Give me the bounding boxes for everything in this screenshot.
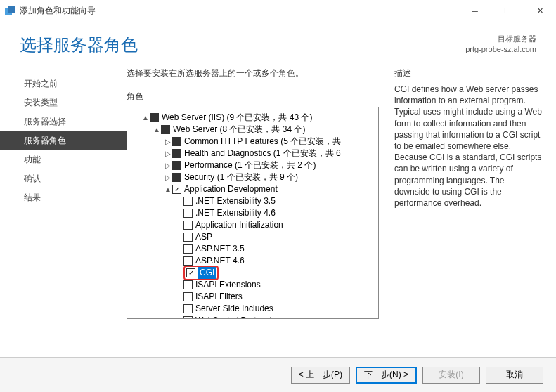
description-column: 描述 CGI defines how a Web server passes i… xyxy=(394,67,542,319)
tree-row[interactable]: ISAPI Extensions xyxy=(130,279,375,291)
tree-node-label[interactable]: ISAPI Filters xyxy=(195,291,243,303)
expand-icon[interactable]: ▷ xyxy=(164,136,172,148)
tree-node-label[interactable]: CGI xyxy=(198,267,216,279)
server-info: 目标服务器 prtg-probe-sz.al.com xyxy=(465,34,536,55)
roles-column: 选择要安装在所选服务器上的一个或多个角色。 角色 ▲Web Server (II… xyxy=(127,67,379,319)
tree-node-label[interactable]: Application Development xyxy=(184,183,278,195)
checkbox[interactable] xyxy=(183,221,193,230)
checkbox[interactable] xyxy=(150,113,159,122)
tree-node-label[interactable]: Server Side Includes xyxy=(195,303,273,315)
expand-icon[interactable]: ▷ xyxy=(164,171,172,183)
tree-node-label[interactable]: Web Server (8 个已安装，共 34 个) xyxy=(173,124,305,136)
tree-row[interactable]: Application Initialization xyxy=(130,219,375,231)
next-button[interactable]: 下一步(N) > xyxy=(356,367,417,384)
checkbox[interactable] xyxy=(186,268,195,277)
footer: < 上一步(P) 下一步(N) > 安装(I) 取消 xyxy=(0,357,556,392)
expand-icon[interactable]: ▷ xyxy=(164,159,172,171)
sidebar-item[interactable]: 确认 xyxy=(0,169,127,188)
maximize-button[interactable]: ☐ xyxy=(491,0,524,22)
checkbox[interactable] xyxy=(183,233,193,242)
tree-row[interactable]: ▷Performance (1 个已安装，共 2 个) xyxy=(130,159,375,171)
sidebar-item[interactable]: 结果 xyxy=(0,188,127,207)
tree-row[interactable]: ▲Web Server (IIS) (9 个已安装，共 43 个) xyxy=(130,112,375,124)
tree-row[interactable]: ASP.NET 3.5 xyxy=(130,243,375,255)
tree-node-label[interactable]: .NET Extensibility 4.6 xyxy=(195,207,276,219)
checkbox[interactable] xyxy=(172,137,181,146)
checkbox[interactable] xyxy=(183,209,193,218)
tree-node-label[interactable]: Web Server (IIS) (9 个已安装，共 43 个) xyxy=(162,112,312,124)
description-text: CGI defines how a Web server passes info… xyxy=(394,84,542,209)
tree-node-label[interactable]: Security (1 个已安装，共 9 个) xyxy=(184,171,298,183)
sidebar-item[interactable]: 服务器角色 xyxy=(0,131,127,150)
tree-row[interactable]: WebSocket Protocol xyxy=(130,315,375,319)
tree-node-label[interactable]: Application Initialization xyxy=(195,219,283,231)
tree-node-label[interactable]: Performance (1 个已安装，共 2 个) xyxy=(184,159,316,171)
tree-node-label[interactable]: ISAPI Extensions xyxy=(195,279,261,291)
page-title: 选择服务器角色 xyxy=(20,34,138,56)
tree-node-label[interactable]: Common HTTP Features (5 个已安装，共 xyxy=(184,136,341,148)
checkbox[interactable] xyxy=(183,292,193,301)
checkbox[interactable] xyxy=(172,185,181,194)
sidebar-item[interactable]: 功能 xyxy=(0,150,127,169)
window-controls: ─ ☐ ✕ xyxy=(459,0,556,22)
app-icon xyxy=(4,6,15,17)
checkbox[interactable] xyxy=(183,256,193,266)
cancel-button[interactable]: 取消 xyxy=(486,367,543,384)
tree-row[interactable]: ASP xyxy=(130,231,375,243)
body: 开始之前安装类型服务器选择服务器角色功能确认结果 选择要安装在所选服务器上的一个… xyxy=(0,62,556,325)
instruction-text: 选择要安装在所选服务器上的一个或多个角色。 xyxy=(127,67,379,79)
expand-icon[interactable]: ▲ xyxy=(164,183,172,195)
expand-icon[interactable]: ▲ xyxy=(141,112,150,124)
checkbox[interactable] xyxy=(172,149,181,158)
sidebar-item[interactable]: 安装类型 xyxy=(0,93,127,112)
previous-button[interactable]: < 上一步(P) xyxy=(291,367,350,384)
titlebar: 添加角色和功能向导 ─ ☐ ✕ xyxy=(0,0,556,22)
checkbox[interactable] xyxy=(183,197,193,206)
tree-row[interactable]: ▷Health and Diagnostics (1 个已安装，共 6 xyxy=(130,148,375,159)
description-label: 描述 xyxy=(394,67,542,79)
window-title: 添加角色和功能向导 xyxy=(20,5,459,17)
server-info-label: 目标服务器 xyxy=(465,34,536,44)
tree-row[interactable]: ISAPI Filters xyxy=(130,291,375,303)
checkbox[interactable] xyxy=(183,304,193,313)
checkbox[interactable] xyxy=(183,316,193,319)
tree-node-label[interactable]: WebSocket Protocol xyxy=(195,315,272,319)
tree-row[interactable]: ▷Security (1 个已安装，共 9 个) xyxy=(130,171,375,183)
tree-node-label[interactable]: ASP.NET 3.5 xyxy=(195,243,245,255)
tree-row[interactable]: ASP.NET 4.6 xyxy=(130,255,375,267)
tree-row[interactable]: ▲Web Server (8 个已安装，共 34 个) xyxy=(130,124,375,136)
roles-label: 角色 xyxy=(127,91,379,103)
sidebar: 开始之前安装类型服务器选择服务器角色功能确认结果 xyxy=(0,67,127,319)
header: 选择服务器角色 目标服务器 prtg-probe-sz.al.com xyxy=(0,22,556,62)
checkbox[interactable] xyxy=(183,280,193,289)
sidebar-item[interactable]: 开始之前 xyxy=(0,74,127,93)
tree-row[interactable]: Server Side Includes xyxy=(130,303,375,315)
tree-node-label[interactable]: .NET Extensibility 3.5 xyxy=(195,195,276,207)
roles-tree[interactable]: ▲Web Server (IIS) (9 个已安装，共 43 个)▲Web Se… xyxy=(127,107,379,319)
tree-row[interactable]: CGI xyxy=(130,267,375,279)
highlight-annotation: CGI xyxy=(183,266,219,280)
server-info-value: prtg-probe-sz.al.com xyxy=(465,44,536,55)
checkbox[interactable] xyxy=(172,173,181,182)
minimize-button[interactable]: ─ xyxy=(459,0,491,22)
svg-rect-1 xyxy=(8,6,15,13)
checkbox[interactable] xyxy=(161,125,170,134)
expand-icon[interactable]: ▲ xyxy=(153,124,161,136)
expand-icon[interactable]: ▷ xyxy=(164,148,172,159)
tree-node-label[interactable]: ASP xyxy=(195,231,212,243)
checkbox[interactable] xyxy=(172,161,181,170)
tree-row[interactable]: .NET Extensibility 3.5 xyxy=(130,195,375,207)
install-button: 安装(I) xyxy=(422,367,480,384)
tree-row[interactable]: ▲Application Development xyxy=(130,183,375,195)
tree-row[interactable]: .NET Extensibility 4.6 xyxy=(130,207,375,219)
tree-node-label[interactable]: Health and Diagnostics (1 个已安装，共 6 xyxy=(184,148,341,159)
close-button[interactable]: ✕ xyxy=(524,0,556,22)
checkbox[interactable] xyxy=(183,244,193,254)
sidebar-item[interactable]: 服务器选择 xyxy=(0,112,127,131)
tree-row[interactable]: ▷Common HTTP Features (5 个已安装，共 xyxy=(130,136,375,148)
main: 选择要安装在所选服务器上的一个或多个角色。 角色 ▲Web Server (II… xyxy=(127,67,542,319)
